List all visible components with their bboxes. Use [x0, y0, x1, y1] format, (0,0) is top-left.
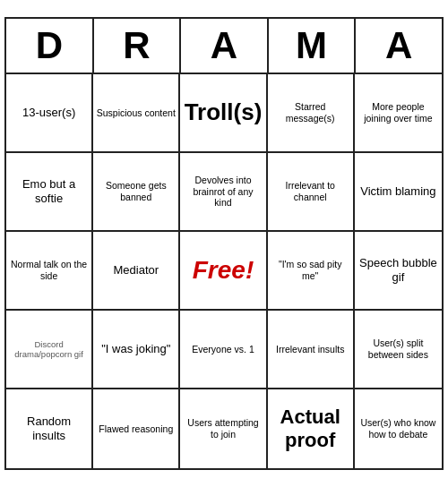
header-letter-a-2: A [181, 19, 269, 73]
bingo-cell-19: User(s) split between sides [355, 311, 442, 389]
cell-text-3: Starred message(s) [271, 101, 350, 124]
bingo-cell-15: Discord drama/popcorn gif [6, 311, 93, 389]
bingo-cell-24: User(s) who know how to debate [355, 389, 442, 468]
cell-text-22: Users attempting to join [183, 417, 263, 440]
header-letter-m-3: M [269, 19, 357, 73]
bingo-header: DRAMA [6, 19, 442, 74]
bingo-cell-16: "I was joking" [93, 311, 180, 389]
bingo-cell-11: Mediator [93, 232, 180, 311]
cell-text-13: "I'm so sad pity me" [271, 259, 350, 281]
cell-text-12: Free! [193, 255, 254, 286]
bingo-cell-17: Everyone vs. 1 [180, 311, 267, 389]
bingo-cell-13: "I'm so sad pity me" [268, 232, 355, 311]
cell-text-8: Irrelevant to channel [271, 180, 350, 202]
cell-text-20: Random insults [9, 414, 89, 442]
cell-text-10: Normal talk on the side [9, 259, 89, 281]
bingo-grid: 13-user(s)Suspicious contentTroll(s)Star… [6, 74, 442, 468]
cell-text-9: Victim blaming [360, 184, 435, 199]
cell-text-16: "I was joking" [101, 342, 170, 356]
cell-text-18: Irrelevant insults [276, 344, 344, 355]
bingo-cell-8: Irrelevant to channel [268, 153, 355, 232]
cell-text-21: Flawed reasoning [99, 423, 173, 435]
bingo-cell-12: Free! [180, 232, 267, 311]
bingo-cell-1: Suspicious content [93, 74, 180, 153]
cell-text-6: Someone gets banned [96, 180, 176, 202]
bingo-cell-23: Actual proof [268, 389, 355, 468]
bingo-cell-9: Victim blaming [355, 153, 442, 232]
bingo-cell-10: Normal talk on the side [6, 232, 93, 311]
cell-text-4: More people joining over time [358, 101, 439, 124]
bingo-cell-22: Users attempting to join [180, 389, 267, 468]
cell-text-2: Troll(s) [185, 98, 263, 126]
bingo-cell-3: Starred message(s) [268, 74, 355, 153]
cell-text-17: Everyone vs. 1 [192, 344, 254, 355]
cell-text-23: Actual proof [271, 406, 350, 453]
cell-text-5: Emo but a softie [9, 177, 89, 205]
cell-text-11: Mediator [114, 263, 159, 278]
bingo-cell-21: Flawed reasoning [93, 389, 180, 468]
cell-text-7: Devolves into brainrot of any kind [183, 175, 263, 209]
cell-text-14: Speech bubble gif [358, 256, 439, 284]
bingo-cell-20: Random insults [6, 389, 93, 468]
header-letter-a-4: A [356, 19, 442, 73]
cell-text-19: User(s) split between sides [358, 337, 439, 360]
cell-text-15: Discord drama/popcorn gif [9, 339, 89, 360]
bingo-cell-18: Irrelevant insults [268, 311, 355, 389]
bingo-cell-0: 13-user(s) [6, 74, 93, 153]
bingo-cell-6: Someone gets banned [93, 153, 180, 232]
bingo-cell-7: Devolves into brainrot of any kind [180, 153, 267, 232]
bingo-cell-2: Troll(s) [180, 74, 267, 153]
bingo-cell-4: More people joining over time [355, 74, 442, 153]
bingo-card: DRAMA 13-user(s)Suspicious contentTroll(… [4, 17, 444, 470]
header-letter-r-1: R [94, 19, 182, 73]
bingo-cell-5: Emo but a softie [6, 153, 93, 232]
cell-text-0: 13-user(s) [22, 106, 75, 120]
header-letter-d-0: D [6, 19, 94, 73]
cell-text-1: Suspicious content [97, 107, 176, 119]
cell-text-24: User(s) who know how to debate [358, 417, 439, 440]
bingo-cell-14: Speech bubble gif [355, 232, 442, 311]
